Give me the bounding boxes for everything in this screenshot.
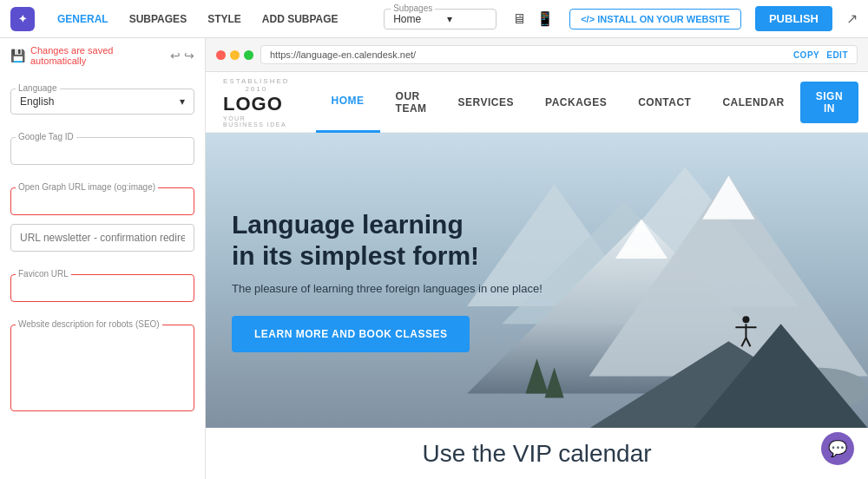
newsletter-field bbox=[10, 224, 194, 252]
language-field: Language English ▾ bbox=[10, 75, 194, 115]
vip-section: Use the VIP calendar bbox=[206, 428, 868, 479]
publish-button[interactable]: PUBLISH bbox=[755, 6, 832, 31]
url-bar: https://language-en.calendesk.net/ COPY … bbox=[260, 45, 858, 64]
traffic-lights bbox=[216, 50, 253, 60]
save-icon: 💾 bbox=[10, 49, 25, 62]
logo-established: ESTABLISHED 2010 bbox=[223, 77, 290, 93]
seo-textarea[interactable] bbox=[10, 325, 194, 411]
newsletter-input[interactable] bbox=[10, 224, 194, 252]
subpages-label: Subpages bbox=[391, 3, 435, 13]
install-button[interactable]: </> INSTALL ON YOUR WEBSITE bbox=[569, 9, 741, 30]
nav-contact[interactable]: CONTACT bbox=[622, 72, 707, 133]
hero-content: Language learningin its simplest form! T… bbox=[206, 174, 569, 387]
left-panel: 💾 Changes are saved automatically ↩ ↪ La… bbox=[0, 38, 206, 479]
signin-button[interactable]: SIGN IN bbox=[800, 82, 858, 123]
edit-button[interactable]: EDIT bbox=[826, 50, 848, 60]
right-preview: https://language-en.calendesk.net/ COPY … bbox=[206, 38, 868, 479]
subpages-container: Subpages Home ▾ bbox=[384, 9, 496, 30]
svg-point-13 bbox=[742, 316, 749, 323]
toolbar-nav-general[interactable]: GENERAL bbox=[49, 10, 117, 29]
nav-links: HOME OUR TEAM SERVICES PACKAGES CONTACT … bbox=[316, 72, 800, 133]
chat-widget[interactable]: 💬 bbox=[821, 432, 854, 465]
copy-button[interactable]: COPY bbox=[793, 50, 819, 60]
mobile-icon[interactable]: 📱 bbox=[535, 9, 556, 29]
nav-home[interactable]: HOME bbox=[316, 72, 380, 133]
toolbar-nav: GENERAL SUBPAGES STYLE ADD SUBPAGE bbox=[49, 10, 347, 29]
desktop-icon[interactable]: 🖥 bbox=[510, 10, 528, 29]
browser-chrome: https://language-en.calendesk.net/ COPY … bbox=[206, 38, 868, 72]
toolbar: ✦ GENERAL SUBPAGES STYLE ADD SUBPAGE Sub… bbox=[0, 0, 868, 38]
seo-label: Website description for robots (SEO) bbox=[16, 319, 162, 329]
seo-field: Website description for robots (SEO) bbox=[10, 311, 194, 414]
hero-section: Language learningin its simplest form! T… bbox=[206, 133, 868, 428]
traffic-light-green[interactable] bbox=[244, 50, 253, 60]
favicon-field: Favicon URL bbox=[10, 260, 194, 302]
logo-subtitle: YOUR BUSINESS IDEA bbox=[223, 115, 290, 128]
google-tag-field: Google Tag ID GTM-TJW2CCK bbox=[10, 123, 194, 165]
url-text: https://language-en.calendesk.net/ bbox=[270, 49, 416, 60]
toolbar-nav-add-subpage[interactable]: ADD SUBPAGE bbox=[253, 10, 347, 29]
favicon-label: Favicon URL bbox=[16, 269, 71, 279]
device-icons: 🖥 📱 bbox=[510, 9, 556, 29]
website-nav: ESTABLISHED 2010 LOGO YOUR BUSINESS IDEA… bbox=[206, 72, 868, 133]
google-tag-label: Google Tag ID bbox=[16, 132, 76, 141]
nav-calendar[interactable]: CALENDAR bbox=[707, 72, 799, 133]
website-logo: ESTABLISHED 2010 LOGO YOUR BUSINESS IDEA bbox=[223, 77, 290, 128]
hero-title: Language learningin its simplest form! bbox=[232, 209, 542, 272]
hero-cta-button[interactable]: LEARN MORE AND BOOK CLASSES bbox=[232, 316, 470, 352]
saved-bar: 💾 Changes are saved automatically ↩ ↪ bbox=[10, 45, 194, 66]
nav-packages[interactable]: PACKAGES bbox=[529, 72, 622, 133]
app-logo[interactable]: ✦ bbox=[10, 7, 35, 31]
nav-our-team[interactable]: OUR TEAM bbox=[380, 72, 443, 133]
language-label: Language bbox=[16, 83, 60, 93]
undo-button[interactable]: ↩ bbox=[170, 49, 181, 62]
website-preview: ESTABLISHED 2010 LOGO YOUR BUSINESS IDEA… bbox=[206, 72, 868, 479]
toolbar-nav-subpages[interactable]: SUBPAGES bbox=[121, 10, 195, 29]
undo-redo: ↩ ↪ bbox=[170, 49, 194, 62]
redo-button[interactable]: ↪ bbox=[184, 49, 194, 62]
logo-text: LOGO bbox=[223, 93, 290, 115]
traffic-light-red[interactable] bbox=[216, 50, 226, 60]
chat-icon: 💬 bbox=[828, 439, 847, 458]
external-link-icon[interactable]: ↗ bbox=[846, 10, 858, 27]
saved-text: Changes are saved automatically bbox=[30, 45, 165, 66]
toolbar-nav-style[interactable]: STYLE bbox=[199, 10, 250, 29]
og-image-field: Open Graph URL image (og:image) https://… bbox=[10, 174, 194, 215]
main-layout: 💾 Changes are saved automatically ↩ ↪ La… bbox=[0, 38, 868, 479]
vip-title: Use the VIP calendar bbox=[422, 440, 651, 468]
og-image-label: Open Graph URL image (og:image) bbox=[16, 182, 158, 192]
url-actions: COPY EDIT bbox=[793, 50, 848, 60]
nav-services[interactable]: SERVICES bbox=[443, 72, 529, 133]
traffic-light-yellow[interactable] bbox=[230, 50, 240, 60]
hero-subtitle: The pleasure of learning three foreign l… bbox=[232, 282, 542, 295]
